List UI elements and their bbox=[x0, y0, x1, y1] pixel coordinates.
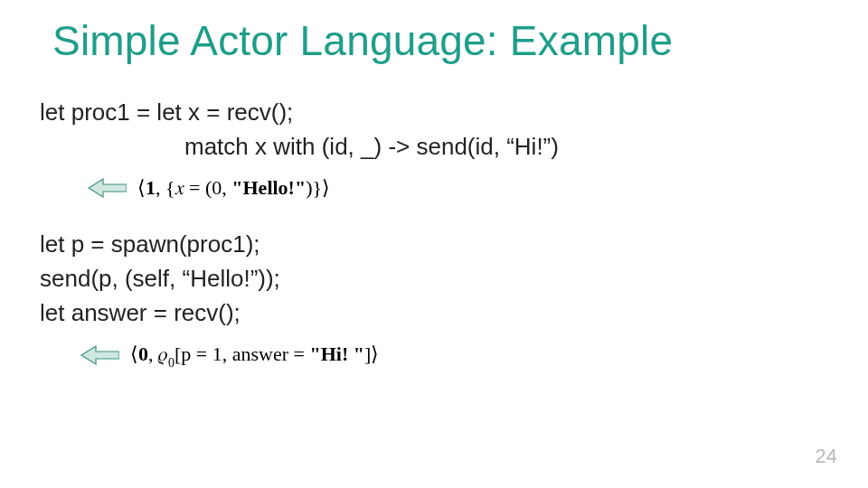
math-delim: ]⟩ bbox=[364, 343, 379, 365]
math-delim: ⟨ bbox=[130, 343, 138, 365]
annotation-row-2: ⟨0, 𝜌0[p = 1, answer = "Hi! "]⟩ bbox=[40, 340, 832, 371]
left-arrow-icon bbox=[87, 177, 127, 199]
slide-body: let proc1 = let x = recv(); match x with… bbox=[36, 96, 832, 371]
math-text: [p = 1, answer = bbox=[175, 343, 309, 365]
math-delim: ⟨ bbox=[137, 176, 146, 199]
math-delim: )}⟩ bbox=[306, 176, 330, 199]
math-var: 𝜌 bbox=[158, 343, 168, 365]
code-line: let p = spawn(proc1); bbox=[40, 228, 832, 262]
slide-title: Simple Actor Language: Example bbox=[52, 16, 832, 65]
math-bold: 1 bbox=[146, 176, 156, 199]
math-bold: 0 bbox=[138, 343, 148, 365]
code-line: match x with (id, _) -> send(id, “Hi!”) bbox=[40, 130, 832, 164]
annotation-row-1: ⟨1, {𝑥 = (0, "Hello!")}⟩ bbox=[40, 174, 832, 202]
page-number: 24 bbox=[816, 445, 837, 468]
math-text: = (0, bbox=[184, 176, 232, 199]
code-line: send(p, (self, “Hello!”)); bbox=[40, 262, 832, 296]
math-expression: ⟨0, 𝜌0[p = 1, answer = "Hi! "]⟩ bbox=[130, 340, 379, 371]
code-line: let proc1 = let x = recv(); bbox=[40, 96, 832, 130]
math-subscript: 0 bbox=[168, 356, 175, 370]
code-line: let answer = recv(); bbox=[40, 296, 832, 331]
code-block-1: let proc1 = let x = recv(); match x with… bbox=[40, 96, 832, 164]
math-text: , { bbox=[156, 176, 175, 199]
left-arrow-icon bbox=[80, 344, 119, 366]
math-var: 𝑥 bbox=[175, 176, 184, 199]
math-expression: ⟨1, {𝑥 = (0, "Hello!")}⟩ bbox=[137, 174, 330, 202]
math-bold: "Hi! " bbox=[309, 343, 363, 365]
math-text: , bbox=[148, 343, 158, 365]
code-block-2: let p = spawn(proc1); send(p, (self, “He… bbox=[40, 228, 832, 331]
slide: Simple Actor Language: Example let proc1… bbox=[0, 0, 868, 488]
math-bold: "Hello!" bbox=[231, 176, 306, 199]
